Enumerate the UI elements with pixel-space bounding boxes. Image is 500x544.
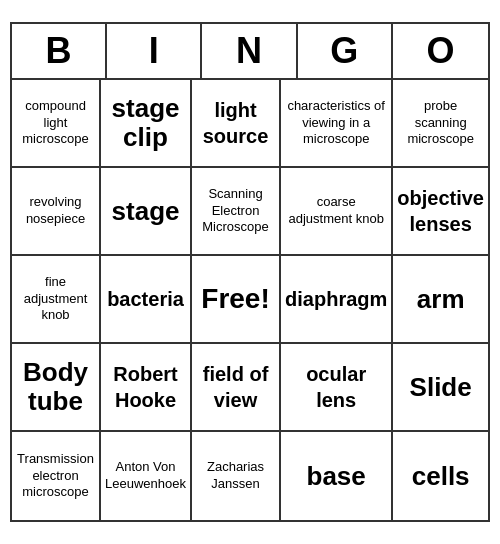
header-letter: N (202, 24, 297, 80)
header-letter: O (393, 24, 488, 80)
header-letter: B (12, 24, 107, 80)
bingo-header: BINGO (12, 24, 488, 80)
bingo-cell[interactable]: characteristics of viewing in a microsco… (281, 80, 393, 168)
bingo-cell[interactable]: Transmission electron microscope (12, 432, 101, 520)
bingo-cell[interactable]: base (281, 432, 393, 520)
bingo-cell[interactable]: cells (393, 432, 488, 520)
header-letter: I (107, 24, 202, 80)
bingo-cell[interactable]: Anton Von Leeuwenhoek (101, 432, 192, 520)
bingo-cell[interactable]: stage (101, 168, 192, 256)
bingo-cell[interactable]: Zacharias Janssen (192, 432, 281, 520)
bingo-cell[interactable]: probe scanning microscope (393, 80, 488, 168)
bingo-cell[interactable]: compound light microscope (12, 80, 101, 168)
bingo-cell[interactable]: field of view (192, 344, 281, 432)
bingo-cell[interactable]: Slide (393, 344, 488, 432)
bingo-cell[interactable]: objective lenses (393, 168, 488, 256)
bingo-cell[interactable]: fine adjustment knob (12, 256, 101, 344)
bingo-cell[interactable]: Scanning Electron Microscope (192, 168, 281, 256)
bingo-cell[interactable]: coarse adjustment knob (281, 168, 393, 256)
header-letter: G (298, 24, 393, 80)
bingo-cell[interactable]: Body tube (12, 344, 101, 432)
bingo-cell[interactable]: bacteria (101, 256, 192, 344)
bingo-cell[interactable]: ocular lens (281, 344, 393, 432)
bingo-cell[interactable]: Free! (192, 256, 281, 344)
bingo-cell[interactable]: stage clip (101, 80, 192, 168)
bingo-cell[interactable]: arm (393, 256, 488, 344)
bingo-cell[interactable]: light source (192, 80, 281, 168)
bingo-cell[interactable]: diaphragm (281, 256, 393, 344)
bingo-card: BINGO compound light microscopestage cli… (10, 22, 490, 522)
bingo-cell[interactable]: revolving nosepiece (12, 168, 101, 256)
bingo-grid: compound light microscopestage cliplight… (12, 80, 488, 520)
bingo-cell[interactable]: Robert Hooke (101, 344, 192, 432)
